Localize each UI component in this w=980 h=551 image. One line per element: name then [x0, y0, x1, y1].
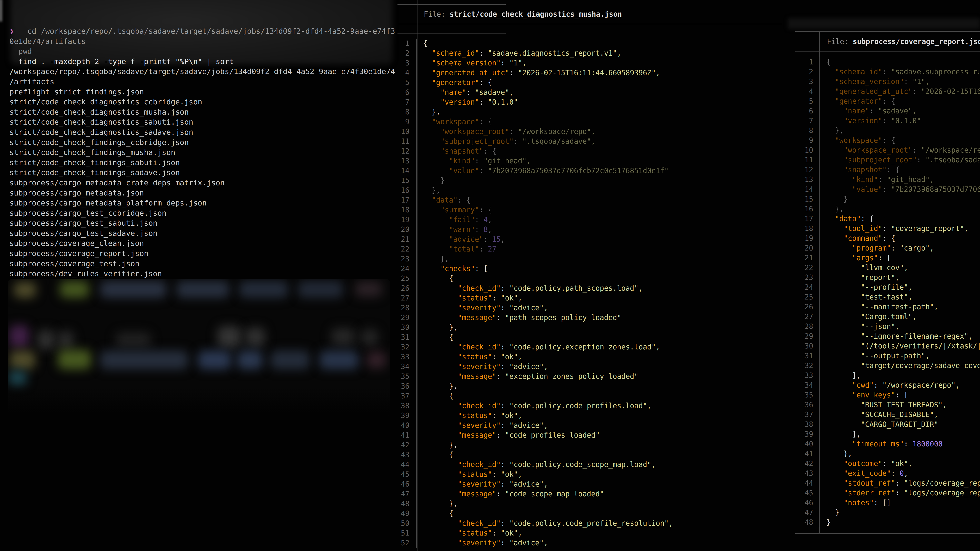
- file-header: File: subprocess/coverage_report.json: [827, 37, 980, 47]
- code-text: "timeout_ms": 1800000: [819, 439, 943, 449]
- code-line: 26 "--manifest-path",: [795, 302, 980, 312]
- code-text: "SCCACHE_DISABLE",: [819, 410, 938, 419]
- code-line: 35 "message": "exception zones policy lo…: [398, 372, 784, 381]
- line-number: 50: [398, 518, 417, 528]
- grid-rule: [398, 33, 506, 34]
- line-number: 33: [795, 371, 819, 380]
- code-text: "schema_id": "sadave.subprocess_run: [819, 67, 980, 77]
- line-number: 9: [398, 117, 417, 127]
- code-text: {: [417, 332, 453, 342]
- code-lines: 1{2 "schema_id": "sadave.subprocess_run3…: [795, 57, 980, 527]
- code-text: "kind": "git_head",: [819, 175, 934, 184]
- code-text: "args": [: [819, 253, 891, 263]
- code-line: 6 "name": "sadave",: [795, 106, 980, 116]
- code-text: "schema_id": "sadave.diagnostics_report.…: [417, 48, 621, 58]
- code-line: 5 "generator": {: [398, 78, 784, 87]
- code-line: 19 "fail": 4,: [398, 215, 784, 225]
- line-number: 24: [795, 283, 819, 292]
- code-line: 7 "version": "0.1.0": [398, 97, 784, 107]
- line-number: 35: [398, 372, 417, 381]
- code-line: 13 "kind": "git_head",: [398, 156, 784, 166]
- line-number: 46: [398, 479, 417, 489]
- code-text: "program": "cargo",: [819, 243, 934, 253]
- code-text: "schema_version": "1",: [819, 77, 930, 87]
- code-line: 31 "--output-path",: [795, 351, 980, 361]
- code-line: 12 "snapshot": {: [398, 146, 784, 156]
- line-number: 20: [795, 243, 819, 253]
- code-text: {: [417, 450, 453, 460]
- code-text: "--manifest-path",: [819, 302, 938, 312]
- terminal-line: strict/code_check_diagnostics_sadave.jso…: [10, 127, 395, 138]
- blurred-image-region: [8, 279, 390, 416]
- line-number: 28: [795, 322, 819, 332]
- line-number: 12: [795, 165, 819, 175]
- code-line: 23 },: [398, 254, 784, 264]
- code-text: "name": "sadave",: [819, 106, 917, 116]
- blurred-block: [8, 371, 27, 385]
- code-text: "subproject_root": ".tsqoba/sadave",: [417, 137, 595, 146]
- code-text: "report",: [819, 273, 900, 283]
- code-text: {: [417, 391, 453, 401]
- code-text: }: [819, 194, 848, 204]
- code-line: 20 "program": "cargo",: [795, 243, 980, 253]
- grid-rule: [795, 51, 980, 51]
- terminal-line: /workspace/repo/.tsqoba/sadave/target/sa…: [10, 67, 395, 77]
- line-number: 27: [398, 293, 417, 303]
- line-number: 3: [795, 77, 819, 87]
- code-line: 25 {: [398, 274, 784, 283]
- code-line: 49 {: [398, 509, 784, 518]
- terminal-output[interactable]: ❯ cd /workspace/repo/.tsqoba/sadave/targ…: [10, 26, 395, 279]
- line-number: 38: [398, 401, 417, 411]
- terminal-line: subprocess/coverage_report.json: [10, 249, 395, 259]
- terminal-line: subprocess/cargo_metadata.json: [10, 188, 395, 198]
- terminal-line: subprocess/cargo_test_sadave.json: [10, 229, 395, 238]
- code-line: 41 },: [795, 449, 980, 459]
- blurred-block: [270, 351, 310, 369]
- code-line: 26 "check_id": "code.policy.path_scopes.…: [398, 283, 784, 293]
- line-number: 44: [795, 478, 819, 488]
- terminal-line: subprocess/cargo_test_ccbridge.json: [10, 208, 395, 218]
- code-line: 7 "version": "0.1.0": [795, 116, 980, 126]
- line-number: 41: [795, 449, 819, 459]
- code-line: 25 "test-fast",: [795, 292, 980, 302]
- line-number: 40: [398, 421, 417, 430]
- code-text: },: [417, 186, 441, 195]
- code-line: 22 "llvm-cov",: [795, 263, 980, 273]
- code-line: 40 "severity": "advice",: [398, 421, 784, 430]
- code-text: },: [819, 126, 843, 135]
- line-number: 13: [795, 175, 819, 184]
- grid-rule: [398, 4, 506, 5]
- code-text: "workspace_root": "/workspace/repo",: [417, 127, 595, 137]
- terminal-line: strict/code_check_diagnostics_ccbridge.j…: [10, 97, 395, 107]
- line-number: 34: [398, 362, 417, 372]
- line-number: 18: [795, 224, 819, 233]
- code-text: "--profile",: [819, 283, 913, 292]
- terminal-line: find . -maxdepth 2 -type f -printf "%P\n…: [10, 57, 395, 67]
- code-text: "generator": {: [417, 78, 492, 87]
- line-number: 47: [398, 489, 417, 499]
- code-text: "stderr_ref": "logs/coverage_repo: [819, 488, 980, 498]
- line-number: 39: [398, 411, 417, 421]
- line-number: 45: [398, 470, 417, 479]
- code-line: 11 "subproject_root": ".tsqoba/sadave",: [398, 137, 784, 146]
- blurred-block: [320, 351, 359, 369]
- code-line: 50 "check_id": "code.policy.code_profile…: [398, 518, 784, 528]
- blurred-block: [237, 351, 262, 369]
- code-text: "cwd": "/workspace/repo",: [819, 380, 960, 390]
- line-number: 16: [795, 204, 819, 214]
- line-number: 37: [398, 391, 417, 401]
- line-number: 46: [795, 498, 819, 508]
- line-number: 45: [795, 488, 819, 498]
- code-line: 37 "SCCACHE_DISABLE",: [795, 410, 980, 419]
- code-text: "message": "code scope_map loaded": [417, 489, 604, 499]
- code-text: "severity": "advice",: [417, 362, 548, 372]
- code-text: "generated_at_utc": "2026-02-15T16:: [819, 87, 980, 96]
- line-number: 13: [398, 156, 417, 166]
- terminal-line: subprocess/cargo_metadata_platform_deps.…: [10, 198, 395, 208]
- blurred-block: [100, 281, 167, 298]
- code-text: "stdout_ref": "logs/coverage_repo: [819, 478, 980, 488]
- terminal-line: strict/code_check_findings_sabuti.json: [10, 158, 395, 168]
- line-number: 25: [398, 274, 417, 283]
- code-text: "severity": "advice",: [417, 421, 548, 430]
- code-text: "--output-path",: [819, 351, 930, 361]
